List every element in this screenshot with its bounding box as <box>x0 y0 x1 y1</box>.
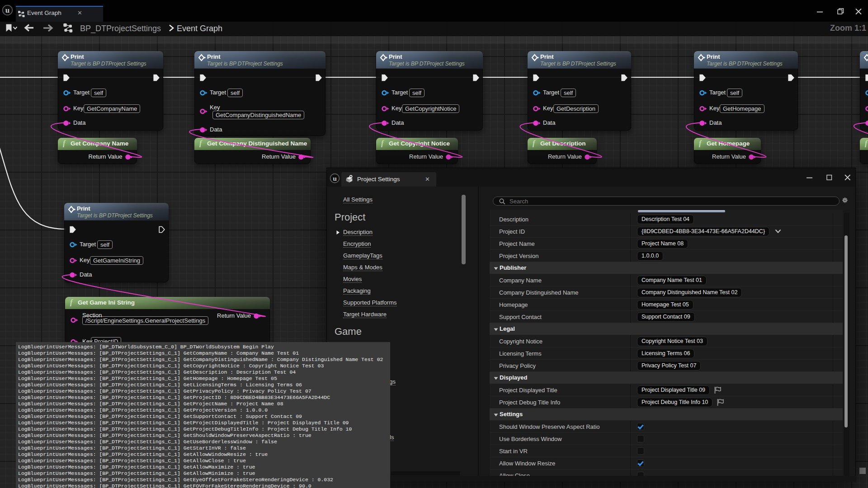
svg-text:u: u <box>5 6 9 14</box>
